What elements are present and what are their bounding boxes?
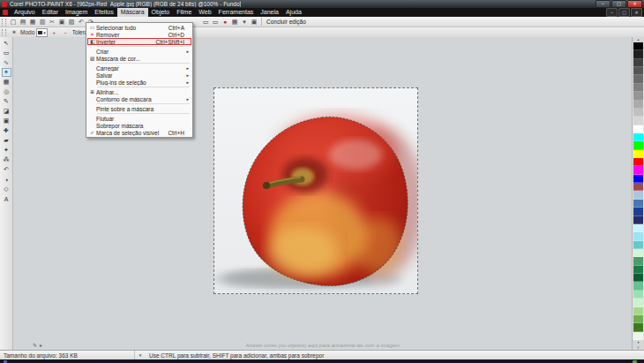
color-swatch-15[interactable] <box>633 166 643 174</box>
paste-icon[interactable]: ▧ <box>67 18 76 26</box>
color-swatch-34[interactable] <box>633 323 643 331</box>
cut-icon[interactable]: ✂ <box>48 18 56 26</box>
color-swatch-21[interactable] <box>633 216 643 224</box>
finish-doc-icon[interactable]: ▣ <box>250 18 258 26</box>
menu-item-salvar[interactable]: Salvar▸ <box>87 72 191 79</box>
color-swatch-12[interactable] <box>633 141 643 149</box>
color-swatch-33[interactable] <box>633 315 643 323</box>
menu-item-pinte-sobre-a-mascara[interactable]: Pinte sobre a máscara <box>87 105 191 112</box>
menu-item-remover[interactable]: ✕RemoverCtrl+D <box>87 31 191 38</box>
magic-wand-mask-tool[interactable]: ✶ <box>2 68 11 77</box>
menu-item-inverter[interactable]: ◧InverterCtrl+Shift+I <box>87 38 191 45</box>
color-swatch-0[interactable] <box>633 42 643 50</box>
menu-item-marca-de-selecao-visivel[interactable]: ✓Marca de seleção visívelCtrl+H <box>87 129 191 136</box>
pick-tool[interactable]: ↖ <box>2 39 11 48</box>
menu-arquivo[interactable]: Arquivo <box>11 8 39 17</box>
color-swatch-6[interactable] <box>633 92 643 100</box>
menu-item-criar[interactable]: Criar▸ <box>87 48 191 55</box>
menu-item-contorno-de-mascara[interactable]: Contorno de máscara▸ <box>87 95 191 102</box>
mask-from-object-icon[interactable]: ▭ <box>211 18 220 26</box>
shape-tool[interactable]: ◇ <box>2 185 11 193</box>
color-swatch-4[interactable] <box>633 75 643 83</box>
color-swatch-13[interactable] <box>633 150 643 158</box>
new-icon[interactable]: ▢ <box>9 18 18 26</box>
minimize-button[interactable]: – <box>595 0 610 8</box>
color-swatch-17[interactable] <box>633 183 643 191</box>
undo-brush-tool[interactable]: ↶ <box>2 165 11 174</box>
color-swatch-2[interactable] <box>633 59 643 67</box>
doc-close-button[interactable]: ✕ <box>631 8 642 17</box>
color-swatch-18[interactable] <box>633 191 643 199</box>
menu-item-selecionar-tudo[interactable]: ▭Selecionar tudoCtrl+A <box>87 24 191 31</box>
mask-marquee-icon[interactable]: ▭ <box>201 18 210 26</box>
doc-minimize-button[interactable]: – <box>606 8 618 17</box>
color-swatch-16[interactable] <box>633 175 643 183</box>
color-swatch-5[interactable] <box>633 84 643 92</box>
replace-color-tool[interactable]: ◑ <box>2 175 11 184</box>
menu-imagem[interactable]: Imagem <box>62 8 91 17</box>
menu-item-plug-ins-de-selecao[interactable]: Plug-ins de seleção▸ <box>87 79 191 86</box>
color-swatch-1[interactable] <box>633 50 643 58</box>
menu-item-alinhar[interactable]: ⊞Alinhar... <box>87 88 191 95</box>
menu-item-carregar[interactable]: Carregar▸ <box>87 64 191 72</box>
color-swatch-11[interactable] <box>633 133 643 141</box>
menu-ferramentas[interactable]: Ferramentas <box>215 8 258 17</box>
open-icon[interactable]: ▤ <box>19 18 27 26</box>
color-swatch-26[interactable] <box>633 257 643 265</box>
color-swatch-28[interactable] <box>633 274 643 282</box>
property-bar-grip[interactable] <box>2 29 6 36</box>
clone-tool[interactable]: ▣ <box>2 117 11 125</box>
menu-efeitos[interactable]: Efeitos <box>91 8 116 17</box>
mask-brush-dropdown-icon[interactable]: ▾ <box>240 18 249 26</box>
menu-item-mascara-de-cor[interactable]: ▨Máscara de cor... <box>87 55 191 62</box>
color-swatch-31[interactable] <box>633 299 643 306</box>
mask-overlay-icon[interactable]: ● <box>221 18 229 26</box>
image-sprayer-tool[interactable]: ⁂ <box>2 155 11 164</box>
effect-tool[interactable]: ✦ <box>2 146 11 155</box>
zoom-tool[interactable]: ◎ <box>2 87 11 96</box>
color-swatch-25[interactable] <box>633 249 643 257</box>
menu-item-sobrepor-mascara[interactable]: Sobrepor máscara <box>87 122 191 129</box>
eyedropper-tool[interactable]: ✎ <box>2 97 11 106</box>
menu-ajuda[interactable]: Ajuda <box>282 8 305 17</box>
text-tool[interactable]: A <box>2 194 11 203</box>
save-icon[interactable]: ▦ <box>28 18 37 26</box>
color-swatch-8[interactable] <box>633 109 643 117</box>
color-swatch-24[interactable] <box>633 241 643 249</box>
color-swatch-19[interactable] <box>633 200 643 208</box>
apple-image[interactable] <box>213 87 418 294</box>
menu-filme[interactable]: Filme <box>173 8 195 17</box>
copy-icon[interactable]: ▣ <box>57 18 66 26</box>
color-swatch-10[interactable] <box>633 125 643 133</box>
color-swatch-35[interactable] <box>633 332 643 340</box>
doc-restore-button[interactable]: ▢ <box>618 8 630 17</box>
color-swatch-3[interactable] <box>633 67 643 75</box>
mask-mode-dropdown[interactable]: ▾ <box>36 28 48 37</box>
crop-tool[interactable]: ▦ <box>2 78 11 87</box>
menu-janela[interactable]: Janela <box>257 8 282 17</box>
touch-up-tool[interactable]: ✚ <box>2 126 11 135</box>
menu-objeto[interactable]: Objeto <box>148 8 174 17</box>
color-swatch-14[interactable] <box>633 158 643 166</box>
finish-editing-label[interactable]: Concluir edição <box>266 19 306 25</box>
toolbar-grip[interactable] <box>2 19 6 26</box>
color-swatch-22[interactable] <box>633 224 643 232</box>
close-button[interactable]: ✕ <box>627 0 642 8</box>
menu-mascara[interactable]: Máscara <box>117 8 148 17</box>
paint-tool[interactable]: ▰ <box>2 136 11 145</box>
maximize-button[interactable]: ▢ <box>611 0 626 8</box>
mask-add-button[interactable]: + <box>49 27 59 37</box>
menu-editar[interactable]: Editar <box>39 8 62 17</box>
color-swatch-30[interactable] <box>633 291 643 299</box>
color-swatch-32[interactable] <box>633 307 643 315</box>
menu-web[interactable]: Web <box>195 8 214 17</box>
mask-grid-icon[interactable]: ▦ <box>230 18 239 26</box>
menu-item-flutuar[interactable]: Flutuar <box>87 115 191 122</box>
color-swatch-9[interactable] <box>633 117 643 125</box>
status-dropdown-icon[interactable]: ▾ <box>135 352 146 358</box>
undo-icon[interactable]: ↶ <box>77 18 86 26</box>
print-icon[interactable]: ▥ <box>38 18 47 26</box>
color-swatch-29[interactable] <box>633 282 643 290</box>
eraser-tool[interactable]: ◪ <box>2 107 11 116</box>
color-swatch-20[interactable] <box>633 208 643 216</box>
